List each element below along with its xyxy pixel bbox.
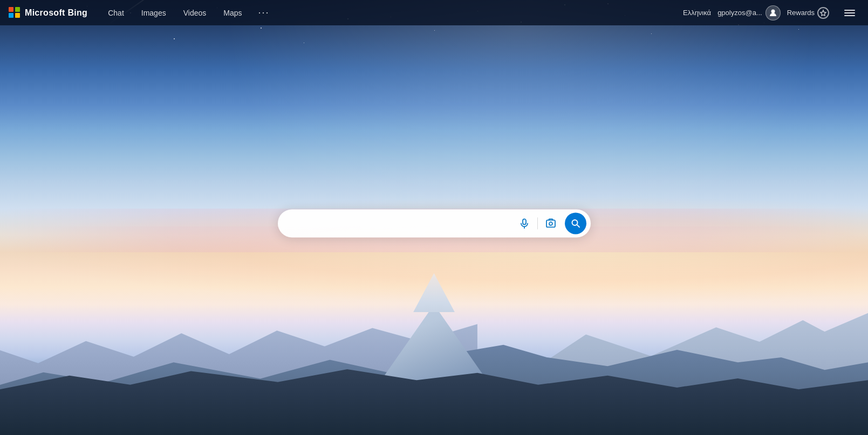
username-text: gpolyzos@a...	[717, 9, 762, 17]
logo-green	[15, 7, 20, 12]
nav-videos[interactable]: Videos	[176, 5, 214, 20]
search-container	[278, 209, 591, 237]
brand-logo[interactable]: Microsoft Bing	[9, 7, 87, 19]
svg-point-4	[549, 222, 552, 225]
icon-divider	[537, 217, 538, 229]
rewards-label: Rewards	[787, 9, 815, 17]
ms-logo-grid	[9, 7, 20, 19]
search-bar	[278, 209, 591, 237]
user-avatar	[766, 5, 781, 20]
image-search-button[interactable]	[541, 213, 561, 233]
logo-blue	[9, 13, 13, 18]
voice-search-button[interactable]	[515, 213, 534, 233]
menu-bar-2	[844, 12, 855, 13]
nav-maps[interactable]: Maps	[216, 5, 249, 20]
rewards-button[interactable]: Rewards	[787, 7, 829, 19]
menu-bar-1	[844, 10, 855, 11]
search-icons	[515, 212, 586, 234]
search-submit-button[interactable]	[565, 212, 586, 234]
logo-yellow	[15, 13, 20, 18]
rewards-icon	[817, 7, 829, 19]
nav-images[interactable]: Images	[134, 5, 174, 20]
search-input[interactable]	[289, 218, 515, 228]
brand-name: Microsoft Bing	[25, 8, 87, 18]
nav-more-button[interactable]: ···	[252, 4, 276, 22]
user-account[interactable]: gpolyzos@a...	[717, 5, 781, 20]
navbar: Microsoft Bing Chat Images Videos Maps ·…	[0, 0, 868, 25]
logo-red	[9, 7, 13, 12]
svg-rect-3	[546, 220, 555, 227]
nav-chat[interactable]: Chat	[100, 5, 132, 20]
svg-point-0	[771, 9, 775, 13]
hamburger-menu[interactable]	[840, 8, 859, 18]
svg-rect-1	[523, 219, 526, 224]
language-selector[interactable]: Ελληνικά	[683, 9, 711, 17]
menu-bar-3	[844, 15, 855, 16]
nav-links: Chat Images Videos Maps ···	[100, 4, 683, 22]
nav-right: Ελληνικά gpolyzos@a... Rewards	[683, 5, 859, 20]
svg-line-6	[577, 224, 579, 227]
